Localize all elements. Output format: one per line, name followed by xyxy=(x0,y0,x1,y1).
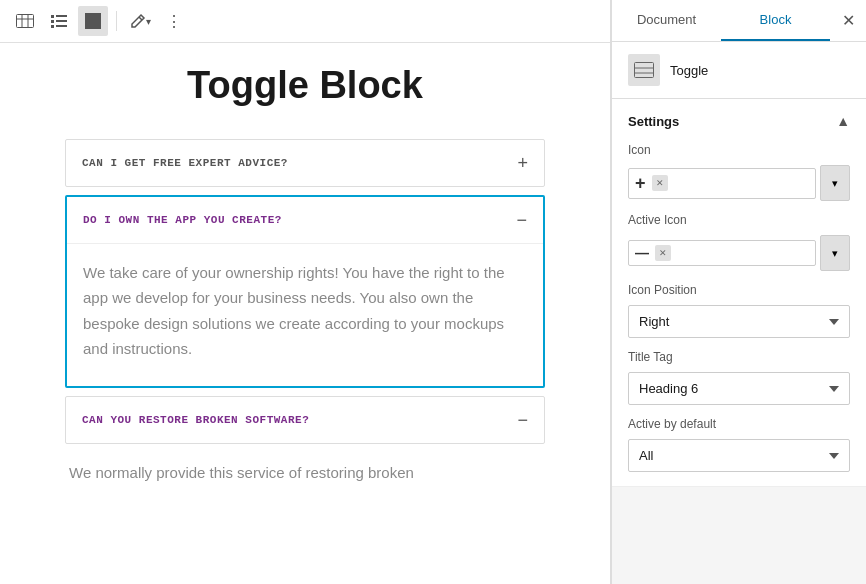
icon-remove-btn[interactable]: ✕ xyxy=(652,175,668,191)
toggle-header-2[interactable]: DO I OWN THE APP YOU CREATE? − xyxy=(67,197,543,243)
active-icon-dropdown-btn[interactable]: ▾ xyxy=(820,235,850,271)
toggle-text-2: We take care of your ownership rights! Y… xyxy=(83,260,527,362)
svg-rect-4 xyxy=(51,15,54,18)
after-content: We normally provide this service of rest… xyxy=(65,460,545,486)
icon-label: Icon xyxy=(628,143,850,157)
toggle-closed-icon-3: − xyxy=(517,411,528,429)
toggle-header-3[interactable]: CAN YOU RESTORE BROKEN SOFTWARE? − xyxy=(66,397,544,443)
sidebar-tabs: Document Block ✕ xyxy=(612,0,866,42)
active-icon-remove-btn[interactable]: ✕ xyxy=(655,245,671,261)
toggle-block-2: DO I OWN THE APP YOU CREATE? − We take c… xyxy=(65,195,545,388)
title-tag-select[interactable]: Heading 1 Heading 2 Heading 3 Heading 4 … xyxy=(628,372,850,405)
block-label: Toggle xyxy=(670,63,708,78)
toolbar-divider xyxy=(116,11,117,31)
toggle-question-1: CAN I GET FREE EXPERT ADVICE? xyxy=(82,157,288,169)
active-icon-picker: — ✕ xyxy=(628,240,816,266)
toggle-block-3: CAN YOU RESTORE BROKEN SOFTWARE? − xyxy=(65,396,545,444)
settings-section: Settings ▲ Icon + ✕ ▾ Active Icon — ✕ ▾ xyxy=(612,99,866,487)
active-icon-minus: — xyxy=(635,245,649,261)
svg-rect-5 xyxy=(56,15,67,17)
active-by-default-select[interactable]: None First All xyxy=(628,439,850,472)
settings-header: Settings ▲ xyxy=(628,113,850,129)
page-title: Toggle Block xyxy=(65,63,545,109)
close-button[interactable]: ✕ xyxy=(830,3,866,39)
after-content-text: We normally provide this service of rest… xyxy=(69,460,541,486)
active-icon-label: Active Icon xyxy=(628,213,850,227)
block-icon xyxy=(628,54,660,86)
toggle-header-1[interactable]: CAN I GET FREE EXPERT ADVICE? + xyxy=(66,140,544,186)
toggle-question-2: DO I OWN THE APP YOU CREATE? xyxy=(83,214,282,226)
title-tag-label: Title Tag xyxy=(628,350,850,364)
toolbar-table-btn[interactable] xyxy=(10,6,40,36)
settings-collapse-btn[interactable]: ▲ xyxy=(836,113,850,129)
svg-rect-0 xyxy=(17,15,34,28)
toggle-closed-icon-1: + xyxy=(517,154,528,172)
icon-plus: + xyxy=(635,173,646,194)
svg-rect-7 xyxy=(56,20,67,22)
toggle-question-3: CAN YOU RESTORE BROKEN SOFTWARE? xyxy=(82,414,309,426)
toolbar-block-btn[interactable] xyxy=(78,6,108,36)
toggle-block-1: CAN I GET FREE EXPERT ADVICE? + xyxy=(65,139,545,187)
toolbar-more-btn[interactable]: ⋮ xyxy=(159,6,189,36)
svg-rect-10 xyxy=(85,13,101,29)
icon-picker: + ✕ xyxy=(628,168,816,199)
icon-dropdown-btn[interactable]: ▾ xyxy=(820,165,850,201)
settings-title: Settings xyxy=(628,114,679,129)
editor-toolbar: ▾ ⋮ xyxy=(0,0,610,43)
sidebar-body: Settings ▲ Icon + ✕ ▾ Active Icon — ✕ ▾ xyxy=(612,99,866,584)
toggle-content-2: We take care of your ownership rights! Y… xyxy=(67,243,543,386)
svg-rect-9 xyxy=(56,25,67,27)
tab-document[interactable]: Document xyxy=(612,0,721,41)
editor-content: Toggle Block CAN I GET FREE EXPERT ADVIC… xyxy=(25,43,585,525)
sidebar: Document Block ✕ Toggle Settings ▲ Icon … xyxy=(611,0,866,584)
editor-area: ▾ ⋮ Toggle Block CAN I GET FREE EXPERT A… xyxy=(0,0,611,584)
toolbar-list-btn[interactable] xyxy=(44,6,74,36)
block-info: Toggle xyxy=(612,42,866,99)
toolbar-pen-btn[interactable]: ▾ xyxy=(125,6,155,36)
svg-rect-6 xyxy=(51,20,54,23)
active-by-default-label: Active by default xyxy=(628,417,850,431)
active-icon-picker-row: — ✕ ▾ xyxy=(628,235,850,271)
icon-position-select[interactable]: Left Right xyxy=(628,305,850,338)
toggle-open-icon-2: − xyxy=(516,211,527,229)
svg-rect-8 xyxy=(51,25,54,28)
icon-picker-row: + ✕ ▾ xyxy=(628,165,850,201)
svg-rect-11 xyxy=(635,63,654,78)
tab-block[interactable]: Block xyxy=(721,0,830,41)
icon-position-label: Icon Position xyxy=(628,283,850,297)
